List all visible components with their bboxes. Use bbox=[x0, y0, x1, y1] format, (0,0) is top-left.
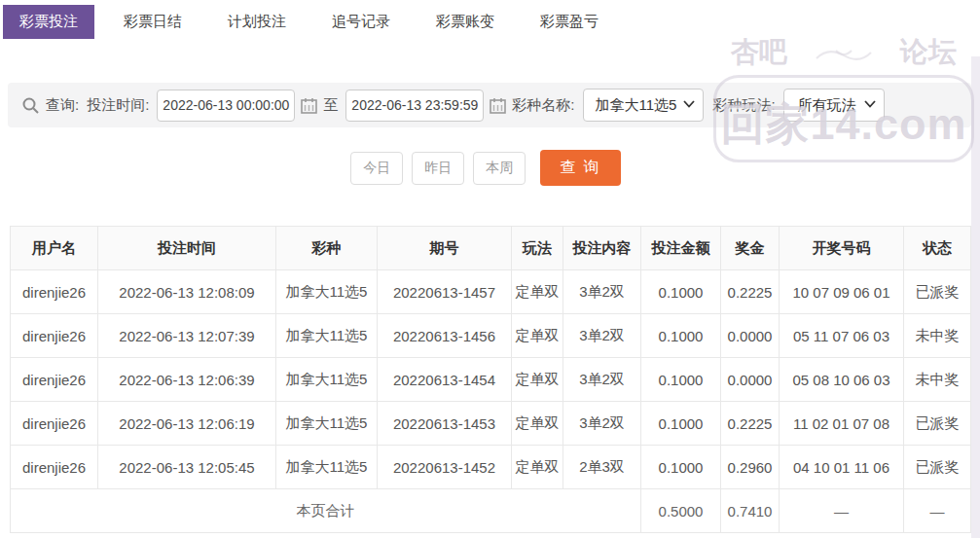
cell-bet-content: 2单3双 bbox=[563, 446, 641, 489]
table-body: direnjie262022-06-13 12:08:09加拿大11选52022… bbox=[11, 270, 971, 489]
summary-prize: 0.7410 bbox=[721, 489, 780, 533]
scrollbar-track[interactable] bbox=[971, 56, 980, 538]
today-button[interactable]: 今日 bbox=[350, 152, 403, 185]
cell-lottery: 加拿大11选5 bbox=[276, 446, 378, 489]
cell-prize: 0.2960 bbox=[721, 446, 780, 489]
tab-plan-bets[interactable]: 计划投注 bbox=[211, 5, 303, 39]
to-label: 至 bbox=[323, 96, 338, 115]
header-bet-time: 投注时间 bbox=[98, 227, 276, 270]
this-week-button[interactable]: 本周 bbox=[473, 152, 526, 185]
start-time-input[interactable] bbox=[157, 90, 295, 122]
cell-issue: 20220613-1457 bbox=[378, 270, 512, 314]
cell-prize: 0.0000 bbox=[721, 314, 780, 358]
query-label: 查询: bbox=[46, 96, 79, 115]
cell-bet-content: 3单2双 bbox=[563, 358, 641, 402]
summary-label: 本页合计 bbox=[11, 489, 641, 533]
query-button[interactable]: 查 询 bbox=[540, 150, 620, 186]
cell-bet-amount: 0.1000 bbox=[641, 314, 721, 358]
header-prize: 奖金 bbox=[721, 227, 780, 270]
cell-bet-amount: 0.1000 bbox=[641, 358, 721, 402]
tab-lottery-bets[interactable]: 彩票投注 bbox=[3, 5, 94, 39]
summary-status: — bbox=[904, 489, 971, 533]
cell-status: 未中奖 bbox=[904, 358, 971, 402]
header-username: 用户名 bbox=[11, 227, 98, 270]
cell-username: direnjie26 bbox=[11, 358, 98, 402]
cell-issue: 20220613-1454 bbox=[378, 358, 512, 402]
bet-time-label: 投注时间: bbox=[87, 96, 149, 115]
table-row: direnjie262022-06-13 12:06:19加拿大11选52022… bbox=[11, 402, 971, 446]
cell-draw-numbers: 05 11 07 06 03 bbox=[780, 314, 904, 358]
tab-chase-records[interactable]: 追号记录 bbox=[315, 5, 407, 39]
play-type-select-value: 所有玩法 bbox=[798, 96, 856, 115]
cell-play: 定单双 bbox=[512, 358, 563, 402]
header-play: 玩法 bbox=[512, 227, 563, 270]
cell-status: 已派奖 bbox=[904, 270, 971, 314]
cell-lottery: 加拿大11选5 bbox=[276, 358, 378, 402]
top-nav: 彩票投注 彩票日结 计划投注 追号记录 彩票账变 彩票盈亏 bbox=[3, 5, 628, 39]
cell-draw-numbers: 05 08 10 06 03 bbox=[780, 358, 904, 402]
cell-username: direnjie26 bbox=[11, 314, 98, 358]
cell-draw-numbers: 04 10 01 11 06 bbox=[780, 446, 904, 489]
table-row: direnjie262022-06-13 12:05:45加拿大11选52022… bbox=[11, 446, 971, 489]
cell-play: 定单双 bbox=[512, 402, 563, 446]
header-status: 状态 bbox=[904, 227, 971, 270]
header-issue: 期号 bbox=[378, 227, 512, 270]
play-type-select[interactable]: 所有玩法 bbox=[783, 89, 885, 122]
watermark-text-right: 论坛 bbox=[900, 33, 957, 72]
summary-row: 本页合计 0.5000 0.7410 — — bbox=[11, 489, 971, 533]
cell-prize: 0.2225 bbox=[721, 402, 780, 446]
cell-draw-numbers: 10 07 09 06 01 bbox=[780, 270, 904, 314]
tab-daily-summary[interactable]: 彩票日结 bbox=[107, 5, 199, 39]
cell-bet-time: 2022-06-13 12:06:19 bbox=[98, 402, 276, 446]
cell-status: 已派奖 bbox=[904, 402, 971, 446]
table-header-row: 用户名 投注时间 彩种 期号 玩法 投注内容 投注金额 奖金 开奖号码 状态 bbox=[11, 227, 971, 270]
cell-prize: 0.2225 bbox=[721, 270, 780, 314]
summary-amount: 0.5000 bbox=[641, 489, 721, 533]
cell-bet-amount: 0.1000 bbox=[641, 446, 721, 489]
cell-issue: 20220613-1456 bbox=[378, 314, 512, 358]
table-row: direnjie262022-06-13 12:06:39加拿大11选52022… bbox=[11, 358, 971, 402]
lottery-select-value: 加拿大11选5 bbox=[596, 96, 677, 115]
cell-prize: 0.0000 bbox=[721, 358, 780, 402]
summary-numbers: — bbox=[780, 489, 904, 533]
tab-account-changes[interactable]: 彩票账变 bbox=[419, 5, 511, 39]
end-time-input[interactable] bbox=[345, 90, 484, 122]
cell-bet-content: 3单2双 bbox=[563, 270, 641, 314]
bets-table: 用户名 投注时间 彩种 期号 玩法 投注内容 投注金额 奖金 开奖号码 状态 d… bbox=[10, 226, 971, 533]
cell-status: 已派奖 bbox=[904, 446, 971, 489]
cell-lottery: 加拿大11选5 bbox=[276, 402, 378, 446]
yesterday-button[interactable]: 昨日 bbox=[412, 152, 464, 185]
table-row: direnjie262022-06-13 12:07:39加拿大11选52022… bbox=[11, 314, 971, 358]
cell-lottery: 加拿大11选5 bbox=[276, 270, 378, 314]
cell-bet-time: 2022-06-13 12:08:09 bbox=[98, 270, 276, 314]
cell-play: 定单双 bbox=[512, 270, 563, 314]
cell-username: direnjie26 bbox=[11, 446, 98, 489]
lottery-select[interactable]: 加拿大11选5 bbox=[583, 89, 704, 122]
header-bet-content: 投注内容 bbox=[563, 227, 641, 270]
chevron-down-icon bbox=[864, 100, 876, 108]
cell-status: 未中奖 bbox=[904, 314, 971, 358]
cell-bet-amount: 0.1000 bbox=[641, 270, 721, 314]
cell-bet-amount: 0.1000 bbox=[641, 402, 721, 446]
cell-play: 定单双 bbox=[512, 314, 563, 358]
cell-issue: 20220613-1452 bbox=[378, 446, 512, 489]
search-panel: 查询: 投注时间: 至 彩种名称: 加拿大11选5 彩种玩法: 所有玩法 bbox=[8, 83, 971, 127]
cell-play: 定单双 bbox=[512, 446, 563, 489]
watermark-text-left: 杏吧 bbox=[731, 33, 787, 72]
cell-bet-content: 3单2双 bbox=[563, 402, 641, 446]
watermark-flourish-icon bbox=[815, 41, 873, 73]
cell-bet-time: 2022-06-13 12:06:39 bbox=[98, 358, 276, 402]
cell-username: direnjie26 bbox=[11, 270, 98, 314]
cell-bet-time: 2022-06-13 12:07:39 bbox=[98, 314, 276, 358]
calendar-icon[interactable] bbox=[301, 97, 317, 114]
play-type-label: 彩种玩法: bbox=[713, 96, 776, 115]
cell-bet-time: 2022-06-13 12:05:45 bbox=[98, 446, 276, 489]
cell-lottery: 加拿大11选5 bbox=[276, 314, 378, 358]
table-row: direnjie262022-06-13 12:08:09加拿大11选52022… bbox=[11, 270, 971, 314]
header-lottery: 彩种 bbox=[276, 227, 378, 270]
calendar-icon[interactable] bbox=[490, 97, 506, 114]
lottery-name-label: 彩种名称: bbox=[512, 96, 574, 115]
cell-issue: 20220613-1453 bbox=[378, 402, 512, 446]
tab-profit-loss[interactable]: 彩票盈亏 bbox=[524, 5, 615, 39]
search-icon bbox=[21, 96, 40, 115]
